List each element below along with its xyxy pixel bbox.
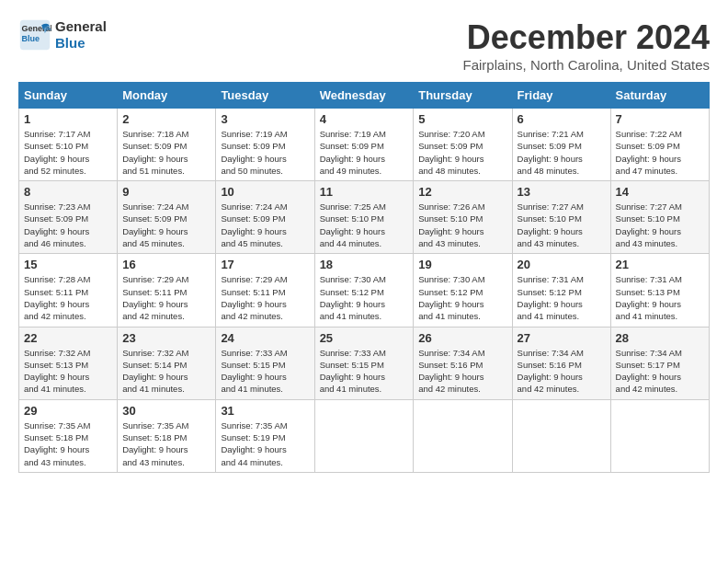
calendar-cell: 24Sunrise: 7:33 AM Sunset: 5:15 PM Dayli… [216,327,314,399]
day-info: Sunrise: 7:32 AM Sunset: 5:14 PM Dayligh… [122,347,210,396]
calendar-cell [610,399,709,472]
calendar-cell: 30Sunrise: 7:35 AM Sunset: 5:18 PM Dayli… [118,399,216,472]
calendar-cell: 6Sunrise: 7:21 AM Sunset: 5:09 PM Daylig… [512,109,610,181]
day-info: Sunrise: 7:24 AM Sunset: 5:09 PM Dayligh… [221,201,309,249]
calendar-cell: 4Sunrise: 7:19 AM Sunset: 5:09 PM Daylig… [314,109,414,181]
day-number: 14 [616,185,704,199]
day-info: Sunrise: 7:19 AM Sunset: 5:09 PM Dayligh… [221,128,309,177]
calendar-table: SundayMondayTuesdayWednesdayThursdayFrid… [18,82,710,473]
day-number: 11 [320,185,409,199]
day-info: Sunrise: 7:33 AM Sunset: 5:15 PM Dayligh… [320,347,409,396]
day-number: 8 [24,185,112,199]
calendar-cell [314,399,414,472]
day-number: 17 [221,258,309,271]
week-row-5: 29Sunrise: 7:35 AM Sunset: 5:18 PM Dayli… [19,399,710,472]
day-number: 18 [320,258,409,271]
day-number: 2 [122,112,210,126]
day-info: Sunrise: 7:34 AM Sunset: 5:16 PM Dayligh… [518,347,606,396]
day-info: Sunrise: 7:29 AM Sunset: 5:11 PM Dayligh… [122,273,210,322]
svg-text:Blue: Blue [22,34,40,43]
day-number: 4 [320,112,409,126]
day-number: 25 [320,331,409,345]
calendar-cell: 3Sunrise: 7:19 AM Sunset: 5:09 PM Daylig… [216,109,314,181]
day-info: Sunrise: 7:17 AM Sunset: 5:10 PM Dayligh… [24,128,112,177]
day-info: Sunrise: 7:34 AM Sunset: 5:16 PM Dayligh… [418,347,506,396]
week-row-1: 1Sunrise: 7:17 AM Sunset: 5:10 PM Daylig… [19,109,710,181]
calendar-cell: 29Sunrise: 7:35 AM Sunset: 5:18 PM Dayli… [19,399,118,472]
header-saturday: Saturday [610,83,709,109]
week-row-3: 15Sunrise: 7:28 AM Sunset: 5:11 PM Dayli… [19,254,710,327]
calendar-cell: 25Sunrise: 7:33 AM Sunset: 5:15 PM Dayli… [314,327,414,399]
day-number: 21 [616,258,704,271]
calendar-cell: 13Sunrise: 7:27 AM Sunset: 5:10 PM Dayli… [512,181,610,254]
calendar-cell: 2Sunrise: 7:18 AM Sunset: 5:09 PM Daylig… [118,109,216,181]
calendar-subtitle: Fairplains, North Carolina, United State… [463,57,710,73]
day-info: Sunrise: 7:26 AM Sunset: 5:10 PM Dayligh… [418,201,506,249]
calendar-cell: 27Sunrise: 7:34 AM Sunset: 5:16 PM Dayli… [512,327,610,399]
calendar-cell: 17Sunrise: 7:29 AM Sunset: 5:11 PM Dayli… [216,254,314,327]
day-number: 15 [24,258,112,271]
day-number: 10 [221,185,309,199]
day-info: Sunrise: 7:33 AM Sunset: 5:15 PM Dayligh… [221,347,309,396]
calendar-cell: 21Sunrise: 7:31 AM Sunset: 5:13 PM Dayli… [610,254,709,327]
day-info: Sunrise: 7:24 AM Sunset: 5:09 PM Dayligh… [122,201,210,249]
header-thursday: Thursday [414,83,512,109]
header-tuesday: Tuesday [216,83,314,109]
day-info: Sunrise: 7:27 AM Sunset: 5:10 PM Dayligh… [616,201,704,249]
day-number: 7 [616,112,704,126]
calendar-cell: 31Sunrise: 7:35 AM Sunset: 5:19 PM Dayli… [216,399,314,472]
day-info: Sunrise: 7:35 AM Sunset: 5:18 PM Dayligh… [24,419,112,468]
header-monday: Monday [118,83,216,109]
day-number: 5 [418,112,506,126]
day-number: 12 [418,185,506,199]
day-info: Sunrise: 7:21 AM Sunset: 5:09 PM Dayligh… [518,128,606,177]
calendar-cell: 8Sunrise: 7:23 AM Sunset: 5:09 PM Daylig… [19,181,118,254]
calendar-cell: 14Sunrise: 7:27 AM Sunset: 5:10 PM Dayli… [610,181,709,254]
day-info: Sunrise: 7:34 AM Sunset: 5:17 PM Dayligh… [616,347,704,396]
day-info: Sunrise: 7:29 AM Sunset: 5:11 PM Dayligh… [221,273,309,322]
day-number: 6 [518,112,606,126]
day-info: Sunrise: 7:18 AM Sunset: 5:09 PM Dayligh… [122,128,210,177]
day-info: Sunrise: 7:27 AM Sunset: 5:10 PM Dayligh… [518,201,606,249]
day-number: 1 [24,112,112,126]
day-number: 26 [418,331,506,345]
day-info: Sunrise: 7:31 AM Sunset: 5:13 PM Dayligh… [616,273,704,322]
day-number: 30 [122,404,210,418]
calendar-cell: 22Sunrise: 7:32 AM Sunset: 5:13 PM Dayli… [19,327,118,399]
day-info: Sunrise: 7:20 AM Sunset: 5:09 PM Dayligh… [418,128,506,177]
week-row-2: 8Sunrise: 7:23 AM Sunset: 5:09 PM Daylig… [19,181,710,254]
day-number: 29 [24,404,112,418]
day-number: 3 [221,112,309,126]
day-number: 28 [616,331,704,345]
calendar-cell: 19Sunrise: 7:30 AM Sunset: 5:12 PM Dayli… [414,254,512,327]
calendar-cell: 1Sunrise: 7:17 AM Sunset: 5:10 PM Daylig… [19,109,118,181]
calendar-cell: 26Sunrise: 7:34 AM Sunset: 5:16 PM Dayli… [414,327,512,399]
logo-icon: General Blue [18,18,51,52]
day-info: Sunrise: 7:35 AM Sunset: 5:18 PM Dayligh… [122,419,210,468]
day-info: Sunrise: 7:30 AM Sunset: 5:12 PM Dayligh… [418,273,506,322]
title-section: December 2024 Fairplains, North Carolina… [463,18,710,73]
day-number: 13 [518,185,606,199]
day-number: 24 [221,331,309,345]
day-number: 27 [518,331,606,345]
calendar-cell: 18Sunrise: 7:30 AM Sunset: 5:12 PM Dayli… [314,254,414,327]
calendar-cell: 9Sunrise: 7:24 AM Sunset: 5:09 PM Daylig… [118,181,216,254]
header-friday: Friday [512,83,610,109]
calendar-cell: 28Sunrise: 7:34 AM Sunset: 5:17 PM Dayli… [610,327,709,399]
logo-blue: Blue [55,35,107,52]
calendar-header-row: SundayMondayTuesdayWednesdayThursdayFrid… [19,83,710,109]
day-info: Sunrise: 7:31 AM Sunset: 5:12 PM Dayligh… [518,273,606,322]
calendar-cell: 11Sunrise: 7:25 AM Sunset: 5:10 PM Dayli… [314,181,414,254]
day-number: 20 [518,258,606,271]
day-info: Sunrise: 7:32 AM Sunset: 5:13 PM Dayligh… [24,347,112,396]
week-row-4: 22Sunrise: 7:32 AM Sunset: 5:13 PM Dayli… [19,327,710,399]
header-sunday: Sunday [19,83,118,109]
day-number: 23 [122,331,210,345]
day-number: 31 [221,404,309,418]
day-number: 16 [122,258,210,271]
day-info: Sunrise: 7:25 AM Sunset: 5:10 PM Dayligh… [320,201,409,249]
calendar-cell: 12Sunrise: 7:26 AM Sunset: 5:10 PM Dayli… [414,181,512,254]
day-info: Sunrise: 7:23 AM Sunset: 5:09 PM Dayligh… [24,201,112,249]
header-wednesday: Wednesday [314,83,414,109]
day-info: Sunrise: 7:28 AM Sunset: 5:11 PM Dayligh… [24,273,112,322]
